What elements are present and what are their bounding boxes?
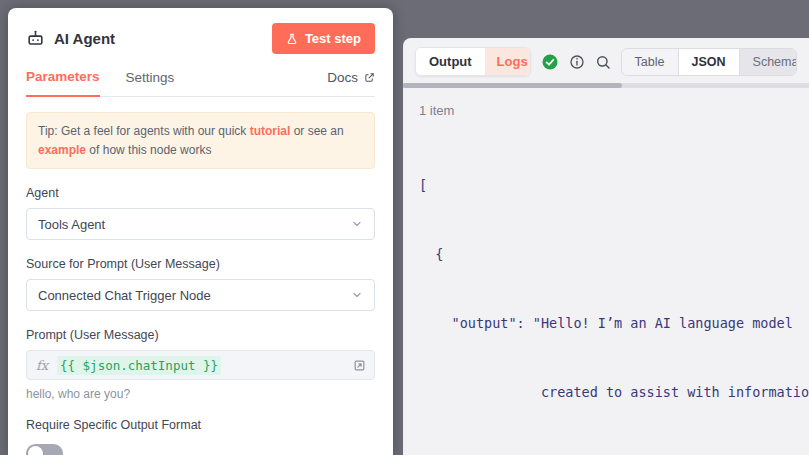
- docs-label: Docs: [327, 70, 358, 85]
- expression-input[interactable]: {{ $json.chatInput }}: [57, 356, 221, 375]
- output-controls-row: Output Logs Table JSON Schema: [403, 38, 809, 83]
- json-line: [: [419, 174, 809, 197]
- expression-preview-text: hello, who are you?: [26, 387, 375, 401]
- node-header: AI Agent Test step: [26, 8, 375, 54]
- source-select[interactable]: Connected Chat Trigger Node: [26, 279, 375, 311]
- tip-text: or see an: [290, 124, 343, 138]
- output-logs-toggle: Output Logs: [415, 47, 531, 76]
- test-step-label: Test step: [305, 31, 361, 46]
- tab-settings[interactable]: Settings: [126, 70, 175, 96]
- source-select-value: Connected Chat Trigger Node: [38, 288, 211, 303]
- tip-box: Tip: Get a feel for agents with our quic…: [26, 112, 375, 169]
- json-line: answer questions, and have: [419, 450, 809, 455]
- prompt-expression-field[interactable]: fx {{ $json.chatInput }}: [26, 350, 375, 380]
- tip-text: Tip: Get a feel for agents with our quic…: [38, 124, 250, 138]
- success-check-icon: [541, 53, 559, 71]
- tab-output[interactable]: Output: [416, 48, 485, 75]
- expression-fx-prefix: fx: [27, 358, 57, 373]
- output-format-label: Require Specific Output Format: [26, 418, 375, 432]
- horizontal-scrollbar[interactable]: [403, 83, 809, 88]
- node-settings-panel: AI Agent Test step Parameters Settings D…: [8, 8, 393, 455]
- json-line: created to assist with information: [419, 381, 809, 404]
- info-icon[interactable]: [569, 54, 585, 70]
- tab-logs[interactable]: Logs: [485, 48, 531, 75]
- json-line: {: [419, 243, 809, 266]
- scrollbar-thumb[interactable]: [403, 83, 622, 88]
- toggle-knob: [28, 446, 43, 455]
- node-title: AI Agent: [54, 30, 115, 47]
- tab-json[interactable]: JSON: [678, 49, 740, 75]
- docs-link[interactable]: Docs: [327, 70, 375, 96]
- tip-text: of how this node works: [86, 143, 211, 157]
- expand-expression-icon[interactable]: [353, 359, 366, 372]
- tab-schema[interactable]: Schema: [740, 49, 797, 75]
- chevron-down-icon: [351, 218, 363, 230]
- external-link-icon: [364, 72, 375, 83]
- output-panel: Output Logs Table JSON Schema 1 item [ {…: [403, 38, 809, 455]
- require-output-format-toggle[interactable]: [26, 444, 63, 455]
- tab-parameters[interactable]: Parameters: [26, 69, 100, 97]
- source-field-label: Source for Prompt (User Message): [26, 257, 375, 271]
- search-icon[interactable]: [595, 54, 611, 70]
- agent-field-label: Agent: [26, 186, 375, 200]
- agent-select-value: Tools Agent: [38, 217, 105, 232]
- json-output-view: [ { "output": "Hello! I’m an AI language…: [403, 120, 809, 455]
- tab-table[interactable]: Table: [622, 49, 678, 75]
- agent-select[interactable]: Tools Agent: [26, 208, 375, 240]
- robot-icon: [26, 29, 45, 48]
- items-count: 1 item: [403, 88, 809, 120]
- test-step-button[interactable]: Test step: [272, 23, 375, 54]
- tutorial-link[interactable]: tutorial: [250, 124, 291, 138]
- flask-icon: [286, 33, 298, 45]
- json-line: "output": "Hello! I’m an AI language mod…: [419, 312, 809, 335]
- view-mode-tabs: Table JSON Schema: [621, 48, 797, 76]
- settings-tabs: Parameters Settings Docs: [26, 69, 375, 97]
- chevron-down-icon: [351, 289, 363, 301]
- prompt-field-label: Prompt (User Message): [26, 328, 375, 342]
- example-link[interactable]: example: [38, 143, 86, 157]
